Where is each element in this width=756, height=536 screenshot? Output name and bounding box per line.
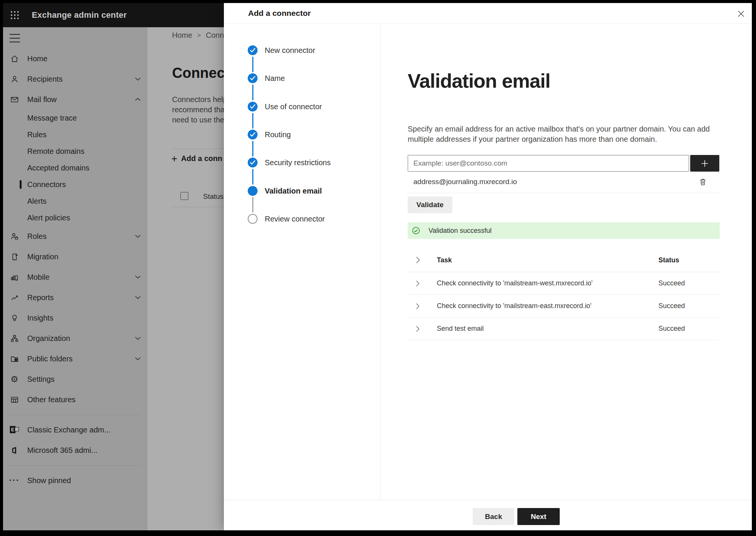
add-address-button[interactable] [690,155,719,172]
sidebar-item-public-folders[interactable]: Public folders [3,349,147,369]
plus-icon: + [171,155,177,163]
step-complete-icon [248,158,258,167]
chevron-down-icon[interactable] [135,296,141,299]
sidebar-item-alert-policies[interactable]: Alert policies [3,209,147,226]
status-cell: Succeed [658,325,685,333]
expand-row-chevron-icon[interactable] [416,325,420,332]
close-icon [737,10,745,17]
sidebar-item-show-pinned[interactable]: ··· Show pinned [3,470,147,491]
validation-success-banner: Validation successful [408,222,720,239]
wizard-steps: New connector Name Use of connector Rout… [224,36,380,233]
sidebar-item-other-features[interactable]: Other features [3,389,147,410]
table-row: Check connectivity to 'mailstream-west.m… [408,272,720,295]
breadcrumb-separator: > [197,32,201,39]
page-title: Connec [172,65,225,81]
office-logo-icon [9,445,19,455]
chevron-down-icon[interactable] [135,276,141,279]
person-icon [9,74,19,84]
sidebar-item-rules[interactable]: Rules [3,126,147,143]
sidebar-item-message-trace[interactable]: Message trace [3,110,147,126]
expand-row-chevron-icon[interactable] [416,280,420,287]
table-header-row: Task Status [408,248,720,272]
validation-task-table: Task Status Check connectivity to 'mails… [408,248,720,340]
sidebar-item-accepted-domains[interactable]: Accepted domains [3,160,147,176]
page-description: Connectors help recommend tha need to us… [172,94,227,125]
status-column-header: Status [658,256,679,264]
sidebar-item-organization[interactable]: Organization [3,328,147,349]
panel-title: Add a connector [248,9,311,18]
sidebar-item-home[interactable]: Home [3,48,147,69]
gear-icon: ⚙ [9,374,19,384]
exchange-logo-icon: E [9,425,19,435]
app-window: Exchange admin center Home Recipients [3,3,752,530]
added-address-row: address@journaling.mxrecord.io [408,171,720,192]
next-button[interactable]: Next [517,508,560,525]
sidebar-item-label: Mail flow [27,95,57,104]
table-icon [9,395,19,404]
panel-header: Add a connector [224,3,752,24]
step-complete-icon [248,130,258,139]
app-grid-icon [10,10,20,20]
sidebar-item-remote-domains[interactable]: Remote domains [3,143,147,160]
added-address-text: address@journaling.mxrecord.io [413,178,517,186]
table-row: Check connectivity to 'mailstream-east.m… [408,295,720,318]
close-button[interactable] [735,8,747,19]
lightbulb-icon [9,313,19,323]
step-complete-icon [248,73,258,83]
task-column-header: Task [437,256,452,264]
step-review-connector[interactable]: Review connector [224,205,380,233]
step-name[interactable]: Name [224,64,380,92]
step-new-connector[interactable]: New connector [224,36,380,64]
step-use-of-connector[interactable]: Use of connector [224,93,380,121]
sidebar-item-roles[interactable]: Roles [3,226,147,246]
expand-row-chevron-icon[interactable] [416,303,420,310]
document-arrow-icon [9,252,19,262]
email-address-input[interactable] [408,155,689,172]
chevron-down-icon[interactable] [135,77,141,81]
sidebar-item-connectors[interactable]: Connectors [3,176,147,193]
sidebar-item-recipients[interactable]: Recipients [3,69,147,89]
add-connector-button[interactable]: + Add a conn [171,154,222,163]
add-connector-panel: Add a connector New connector Name Use o… [224,3,752,530]
wizard-page-title: Validation email [408,70,550,92]
select-all-checkbox[interactable] [180,192,188,200]
sidebar-item-classic-exchange-admin[interactable]: E Classic Exchange adm... [3,420,147,440]
task-cell: Send test email [437,325,484,333]
sidebar-item-label: Home [27,54,47,63]
sidebar-divider [9,415,141,415]
sidebar-item-settings[interactable]: ⚙ Settings [3,369,147,389]
line-chart-icon [9,293,19,302]
check-circle-icon [412,226,420,235]
step-routing[interactable]: Routing [224,121,380,149]
table-row: Send test email Succeed [408,318,720,340]
sidebar-item-alerts[interactable]: Alerts [3,193,147,209]
plus-icon [701,160,709,167]
chevron-down-icon[interactable] [135,337,141,340]
sidebar-item-insights[interactable]: Insights [3,308,147,328]
panel-footer: Back Next [224,500,752,530]
folder-globe-icon [9,354,19,364]
sidebar-item-mail-flow[interactable]: Mail flow [3,89,147,110]
breadcrumb-home[interactable]: Home [172,31,192,40]
sidebar-item-mobile[interactable]: Mobile [3,267,147,287]
chevron-right-icon[interactable] [416,256,420,264]
sidebar: Home Recipients Mail flow [3,27,147,530]
app-launcher-button[interactable] [6,6,23,24]
step-complete-icon [248,102,258,112]
chevron-down-icon[interactable] [135,357,141,361]
step-security-restrictions[interactable]: Security restrictions [224,149,380,177]
sidebar-item-microsoft-365-admin[interactable]: Microsoft 365 admi... [3,440,147,460]
sidebar-nav: Home Recipients Mail flow [3,48,147,491]
step-validation-email[interactable]: Validation email [224,177,380,204]
task-cell: Check connectivity to 'mailstream-east.m… [437,302,591,310]
validate-button[interactable]: Validate [408,197,452,213]
step-complete-icon [248,45,258,55]
sidebar-item-migration[interactable]: Migration [3,246,147,267]
trash-icon[interactable] [698,177,708,187]
hamburger-menu-button[interactable] [9,34,20,42]
step-upcoming-icon [248,214,258,224]
back-button[interactable]: Back [473,508,514,525]
sidebar-item-reports[interactable]: Reports [3,287,147,308]
chevron-up-icon[interactable] [135,98,141,101]
chevron-down-icon[interactable] [135,235,141,238]
